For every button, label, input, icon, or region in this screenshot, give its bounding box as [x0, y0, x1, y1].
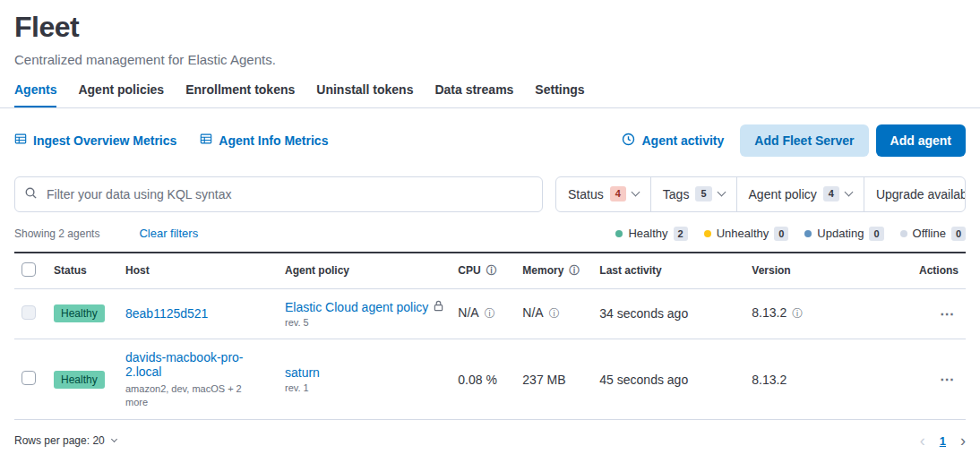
table-header-row: Status Host Agent policy CPUⓘ Memoryⓘ La…: [14, 253, 966, 289]
chevron-down-icon: [111, 436, 117, 442]
legend-item-healthy: Healthy 2: [615, 227, 687, 241]
legend-item-unhealthy: Unhealthy 0: [704, 227, 789, 241]
status-filter-label: Status: [568, 187, 604, 201]
legend-label: Unhealthy: [717, 227, 769, 240]
legend-count-badge: 2: [674, 227, 688, 241]
rows-per-page-label: Rows per page: 20: [14, 434, 105, 447]
healthy-dot-icon: [615, 230, 623, 237]
legend-count-badge: 0: [774, 227, 788, 241]
ingest-overview-metrics-label: Ingest Overview Metrics: [33, 133, 176, 148]
host-link[interactable]: 8eab1125d521: [125, 306, 208, 321]
pagination: ‹ 1 ›: [920, 433, 966, 449]
row-checkbox[interactable]: [21, 371, 36, 385]
info-icon[interactable]: ⓘ: [485, 307, 495, 320]
clear-filters-link[interactable]: Clear filters: [139, 227, 198, 240]
policy-revision: rev. 5: [285, 317, 443, 328]
rows-per-page-button[interactable]: Rows per page: 20: [14, 434, 116, 447]
legend-count-badge: 0: [951, 227, 966, 241]
tab-enrollment-tokens[interactable]: Enrollment tokens: [185, 82, 295, 107]
legend-label: Offline: [913, 227, 946, 240]
legend-label: Updating: [817, 227, 864, 240]
host-link[interactable]: davids-macbook-pro-2.local: [125, 350, 244, 379]
col-header-last-activity: Last activity: [592, 253, 744, 289]
page-1-button[interactable]: 1: [940, 434, 946, 448]
agent-policy-link[interactable]: saturn: [285, 365, 320, 380]
upgrade-available-filter-button[interactable]: Upgrade available: [864, 177, 966, 211]
status-filter-button[interactable]: Status 4: [556, 177, 650, 211]
search-input[interactable]: [45, 186, 533, 202]
status-badge: Healthy: [54, 304, 105, 322]
info-icon[interactable]: ⓘ: [486, 264, 497, 277]
col-header-status: Status: [47, 253, 118, 289]
ingest-overview-metrics-link[interactable]: Ingest Overview Metrics: [14, 133, 176, 148]
legend-label: Healthy: [628, 227, 667, 240]
agent-activity-label: Agent activity: [641, 133, 724, 148]
tags-filter-button[interactable]: Tags 5: [650, 177, 736, 211]
agent-count-text: Showing 2 agents: [14, 227, 99, 240]
filter-group: Status 4 Tags 5 Agent policy 4 Upgrade a…: [555, 176, 966, 212]
fleet-page: Fleet Centralized management for Elastic…: [0, 0, 980, 461]
last-activity-value: 34 seconds ago: [592, 288, 744, 339]
info-icon[interactable]: ⓘ: [569, 264, 580, 277]
row-checkbox-disabled: [21, 305, 36, 320]
tab-settings[interactable]: Settings: [535, 82, 584, 107]
cpu-value: N/A: [458, 305, 478, 320]
tab-bar: Agents Agent policies Enrollment tokens …: [14, 82, 966, 107]
last-activity-value: 45 seconds ago: [592, 339, 744, 420]
agent-policy-filter-label: Agent policy: [749, 187, 817, 201]
col-header-cpu-label: CPU: [458, 264, 480, 277]
col-header-actions: Actions: [901, 253, 966, 289]
actions-button[interactable]: ⋯: [936, 369, 959, 390]
info-icon[interactable]: ⓘ: [549, 307, 560, 320]
summary-row: Showing 2 agents Clear filters Healthy 2…: [0, 212, 980, 252]
chevron-down-icon: [631, 188, 640, 197]
cpu-value: 0.08 %: [451, 339, 515, 420]
page-subtitle: Centralized management for Elastic Agent…: [14, 52, 966, 67]
col-header-version: Version: [744, 253, 901, 289]
legend-item-offline: Offline 0: [900, 227, 966, 241]
policy-revision: rev. 1: [285, 382, 443, 393]
agent-row: Healthy 8eab1125d521 Elastic Cloud agent…: [14, 288, 966, 339]
select-all-checkbox[interactable]: [21, 262, 36, 277]
version-value: 8.13.2: [752, 305, 787, 320]
add-fleet-server-button[interactable]: Add Fleet Server: [740, 124, 868, 157]
agent-info-metrics-label: Agent Info Metrics: [219, 133, 328, 148]
add-agent-button[interactable]: Add agent: [876, 124, 966, 157]
next-page-button[interactable]: ›: [960, 433, 966, 449]
table-chart-icon: [200, 133, 212, 148]
col-header-cpu: CPUⓘ: [451, 253, 515, 289]
offline-dot-icon: [900, 230, 907, 237]
tab-agent-policies[interactable]: Agent policies: [78, 82, 164, 107]
agent-policy-link[interactable]: Elastic Cloud agent policy: [285, 300, 428, 314]
version-value: 8.13.2: [744, 339, 901, 420]
col-header-host: Host: [118, 253, 278, 289]
legend-item-updating: Updating 0: [804, 227, 883, 241]
status-badge: Healthy: [54, 371, 105, 389]
status-legend: Healthy 2 Unhealthy 0 Updating 0 Offline…: [615, 227, 966, 241]
upgrade-available-filter-label: Upgrade available: [876, 187, 966, 201]
info-icon[interactable]: ⓘ: [792, 307, 803, 320]
chevron-down-icon: [717, 188, 726, 197]
host-tags: amazon2, dev, macOS + 2 more: [125, 382, 260, 409]
lock-icon: [434, 300, 443, 314]
tab-agents[interactable]: Agents: [14, 82, 56, 107]
col-header-memory: Memoryⓘ: [515, 253, 592, 289]
agent-activity-link[interactable]: Agent activity: [622, 133, 724, 149]
kql-search-box: [14, 176, 543, 212]
prev-page-button: ‹: [920, 433, 925, 449]
page-title: Fleet: [14, 11, 966, 44]
table-footer: Rows per page: 20 ‹ 1 ›: [0, 420, 980, 461]
chevron-down-icon: [844, 188, 853, 197]
unhealthy-dot-icon: [704, 230, 711, 237]
agents-table: Status Host Agent policy CPUⓘ Memoryⓘ La…: [14, 252, 966, 421]
tags-filter-count-badge: 5: [695, 186, 711, 201]
actions-button[interactable]: ⋯: [936, 304, 959, 324]
memory-value: 237 MB: [515, 339, 592, 420]
legend-count-badge: 0: [869, 227, 883, 241]
tab-data-streams[interactable]: Data streams: [434, 82, 513, 107]
tab-uninstall-tokens[interactable]: Uninstall tokens: [316, 82, 413, 107]
search-icon: [24, 186, 38, 202]
agent-info-metrics-link[interactable]: Agent Info Metrics: [200, 133, 328, 148]
clock-icon: [622, 133, 635, 149]
agent-policy-filter-button[interactable]: Agent policy 4: [736, 177, 864, 211]
